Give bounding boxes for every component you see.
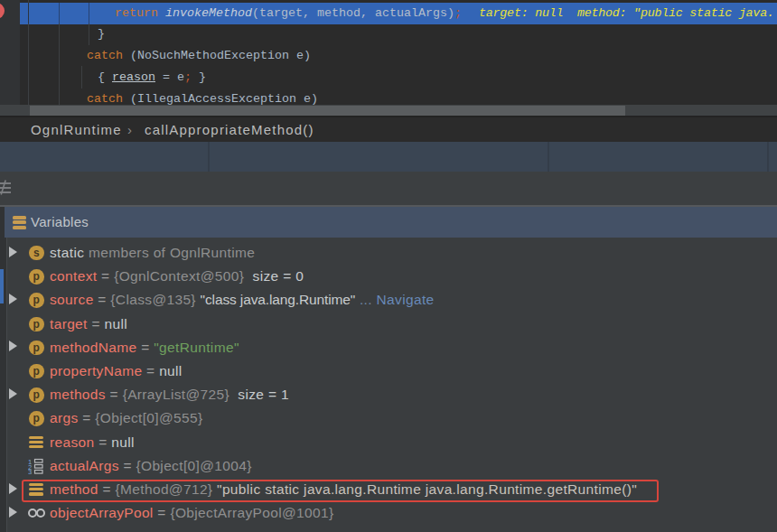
- svg-text:3: 3: [28, 468, 33, 474]
